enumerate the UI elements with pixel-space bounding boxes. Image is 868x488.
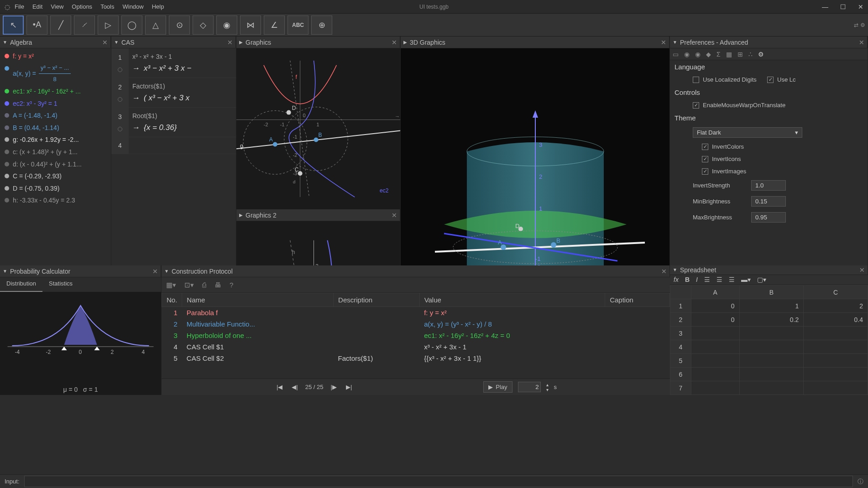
constr-row[interactable]: 5CAS Cell $2Factors($1){{x³ - x² + 3x - …: [162, 353, 670, 364]
algebra-item[interactable]: D = (-0.75, 0.39): [0, 182, 111, 195]
row-header[interactable]: 3: [670, 327, 691, 340]
cell[interactable]: 0: [691, 313, 740, 327]
tool-intersect[interactable]: ⋈: [240, 16, 261, 35]
prefs-tab-spreadsheet-icon[interactable]: ▦: [726, 51, 732, 58]
align-right-icon[interactable]: ☰: [729, 276, 735, 283]
seconds-input[interactable]: [518, 382, 541, 392]
constr-row[interactable]: 1Parabola ff: y = x²: [162, 307, 670, 319]
cell[interactable]: [691, 368, 740, 381]
tab-distribution[interactable]: Distribution: [0, 277, 42, 292]
minbrightness-input[interactable]: [751, 196, 786, 207]
maximize-icon[interactable]: ☐: [840, 3, 846, 10]
cell[interactable]: [691, 340, 740, 354]
constr-col[interactable]: Name: [182, 293, 334, 307]
theme-select[interactable]: Flat Dark▾: [693, 127, 802, 138]
use-lc-checkbox[interactable]: [767, 77, 774, 83]
cell[interactable]: [804, 327, 868, 340]
cell[interactable]: 0: [691, 299, 740, 313]
collapse-icon[interactable]: ▼: [114, 40, 119, 45]
input-field[interactable]: [24, 476, 853, 487]
prefs-tab-graphics2-icon[interactable]: ◉: [695, 51, 701, 58]
cell[interactable]: [739, 340, 804, 354]
cell[interactable]: 1: [739, 299, 804, 313]
close-icon[interactable]: ✕: [661, 268, 667, 275]
constr-row[interactable]: 2Multivariable Functio...a(x, y) = (y³ -…: [162, 318, 670, 330]
cell[interactable]: [739, 354, 804, 368]
prefs-tab-layout-icon[interactable]: ⊞: [737, 51, 743, 58]
tool-cone[interactable]: △: [145, 16, 166, 35]
algebra-item[interactable]: a(x, y) = y³ − x² − ...8: [0, 62, 111, 85]
prefs-tab-object-icon[interactable]: ▭: [673, 51, 679, 58]
close-icon[interactable]: ✕: [227, 39, 233, 46]
cell[interactable]: [804, 354, 868, 368]
construction-table[interactable]: No.NameDescriptionValueCaption1Parabola …: [162, 293, 670, 379]
sec-spinner[interactable]: ▴▾: [546, 382, 549, 392]
cell[interactable]: [804, 381, 868, 395]
border-icon[interactable]: ▢▾: [757, 276, 766, 283]
mousewarp-checkbox[interactable]: [693, 102, 699, 109]
row-header[interactable]: 6: [670, 368, 691, 381]
collapse-icon[interactable]: ▶: [239, 213, 243, 218]
prefs-tab-3d-icon[interactable]: ◆: [706, 51, 711, 58]
menu-view[interactable]: View: [51, 3, 63, 10]
close-icon[interactable]: ✕: [102, 39, 108, 46]
toolbar-gear-icon[interactable]: ⚙: [860, 22, 865, 28]
invertcolors-checkbox[interactable]: [702, 144, 708, 150]
invertimages-checkbox[interactable]: [702, 168, 708, 175]
graphics-header[interactable]: ▶ Graphics ✕: [236, 36, 400, 48]
collapse-icon[interactable]: ▼: [3, 269, 7, 274]
close-icon[interactable]: ✕: [859, 266, 865, 274]
collapse-icon[interactable]: ▼: [673, 267, 677, 272]
constr-row[interactable]: 3Hyperboloid of one ...ec1: x² - 16y² - …: [162, 330, 670, 341]
spreadsheet-grid[interactable]: ABC1012200.20.434567: [670, 285, 868, 395]
algebra-item[interactable]: B = (0.44, -1.14): [0, 122, 111, 134]
close-icon[interactable]: ✕: [392, 39, 397, 46]
constr-col[interactable]: Description: [334, 293, 420, 307]
row-header[interactable]: 2: [670, 313, 691, 327]
cas-row[interactable]: 1x³ - x² + 3x - 1→x³ − x² + 3 x −: [111, 48, 236, 78]
input-help-icon[interactable]: ⓘ: [858, 478, 863, 486]
collapse-icon[interactable]: ▼: [3, 40, 7, 45]
columns-icon[interactable]: ▦▾: [166, 281, 176, 289]
cell[interactable]: [739, 327, 804, 340]
localized-digits-checkbox[interactable]: [693, 77, 699, 83]
algebra-item[interactable]: A = (-1.48, -1.4): [0, 109, 111, 122]
algebra-item[interactable]: d: (x - 0.44)² + (y + 1.1...: [0, 158, 111, 171]
algebra-item[interactable]: f: y = x²: [0, 50, 111, 62]
construction-header[interactable]: ▼ Construction Protocol ✕: [162, 265, 670, 277]
close-icon[interactable]: ✕: [859, 39, 864, 46]
algebra-item[interactable]: g: -0.26x + 1.92y = -2...: [0, 134, 111, 146]
cas-row[interactable]: 3Root($1)→{x = 0.36}: [111, 108, 236, 137]
menu-window[interactable]: Window: [122, 3, 143, 10]
minimize-icon[interactable]: —: [822, 3, 828, 10]
collapse-icon[interactable]: ▶: [239, 40, 243, 45]
cas-row[interactable]: 2Factors($1)→( x³ − x² + 3 x: [111, 78, 236, 108]
constr-row[interactable]: 4CAS Cell $1x³ - x² + 3x - 1: [162, 341, 670, 353]
toolbar-toggle-icon[interactable]: ⇄: [854, 22, 858, 28]
last-button[interactable]: ▶|: [344, 383, 354, 391]
spreadsheet-header[interactable]: ▼ Spreadsheet ✕: [670, 265, 868, 275]
probcalc-header[interactable]: ▼ Probability Calculator ✕: [0, 265, 161, 277]
algebra-item[interactable]: C = (-0.29, -2.93): [0, 170, 111, 182]
close-icon[interactable]: ✕: [392, 212, 397, 219]
close-icon[interactable]: ✕: [152, 268, 158, 275]
constr-col[interactable]: Caption: [605, 293, 670, 307]
constr-col[interactable]: Value: [419, 293, 605, 307]
options-icon[interactable]: ⊡▾: [184, 281, 194, 289]
invertstrength-input[interactable]: [751, 180, 786, 191]
collapse-icon[interactable]: ▶: [403, 40, 407, 45]
menu-help[interactable]: Help: [152, 3, 164, 10]
cas-row[interactable]: 4: [111, 137, 236, 154]
maxbrightness-input[interactable]: [751, 212, 786, 223]
align-center-icon[interactable]: ☰: [716, 276, 722, 283]
algebra-item[interactable]: ec2: x³ - 3y² = 1: [0, 98, 111, 110]
next-button[interactable]: |▶: [329, 383, 338, 391]
tool-text[interactable]: ABC: [288, 16, 309, 35]
gfx3d-header[interactable]: ▶ 3D Graphics ✕: [401, 36, 669, 48]
menu-tools[interactable]: Tools: [100, 3, 114, 10]
row-header[interactable]: 7: [670, 381, 691, 395]
prefs-tab-cas-icon[interactable]: Σ: [716, 51, 721, 58]
algebra-header[interactable]: ▼ Algebra ✕: [0, 36, 111, 48]
tool-move[interactable]: ↖: [3, 16, 24, 35]
align-left-icon[interactable]: ☰: [704, 276, 710, 283]
